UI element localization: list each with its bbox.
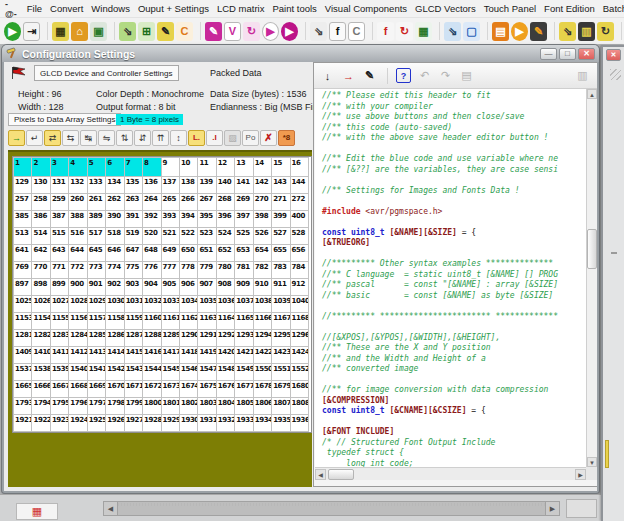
menu-item-lcd-matrix[interactable]: LCD matrix [213,3,269,14]
font-red-f-icon[interactable]: f [377,22,394,41]
convert-hammer-icon[interactable]: ⇘ [119,22,136,41]
reload-c-icon[interactable]: C [348,22,365,41]
tab-pixels-to-data-array[interactable]: Pixels to Data Array Settings [8,113,121,126]
workspace-scroll-thumb[interactable] [117,502,546,515]
anim-play-icon[interactable]: ▶ [281,22,298,41]
grid-cell: 652 [216,245,234,262]
data-size-field: Data Size (bytes) : 1536 [210,89,307,99]
grid-cell: 903 [124,279,142,296]
grid-row: 1921192219231924192519261927192819291930… [14,415,309,432]
vector-hammer-icon[interactable]: ⇘ [559,22,576,41]
code-line [322,375,586,386]
grid-cell: 1667 [50,381,68,398]
side-panel: ✕ [601,45,624,521]
font-table-icon[interactable]: ▦ [415,22,432,41]
scan-horizontal-zigzag-icon[interactable]: ⇆ [62,130,79,146]
font-refresh-icon[interactable]: ↻ [396,22,413,41]
scan-vertical-up-icon[interactable]: ⇈ [152,130,169,146]
scan-vertical-alt-icon[interactable]: ↕ [170,130,187,146]
filmstrip-icon[interactable]: ▥ [578,22,595,41]
c-header-icon[interactable]: C [176,22,193,41]
side-panel-close-button[interactable]: ✕ [606,49,621,61]
delete-scan-icon[interactable]: ✗ [260,130,277,146]
app-icon[interactable]: -@- [0,0,23,19]
menu-item-file[interactable]: File [23,3,46,14]
grid-view-button[interactable]: ▦ [16,503,58,520]
grid-cell: 778 [179,262,197,279]
menu-item-touch-panel[interactable]: Touch Panel [480,3,540,14]
maximize-button[interactable]: □ [559,48,576,60]
scan-start-icon[interactable]: → [8,130,25,146]
scan-vertical-zigzag-icon[interactable]: ⇵ [134,130,151,146]
save-icon[interactable]: ▣ [90,22,107,41]
grid-export-icon[interactable]: ⊞ [138,22,155,41]
horizontal-scroll-thumb[interactable] [328,469,354,480]
scan-inward-icon[interactable]: ↹ [80,130,97,146]
minimize-button[interactable]: — [540,48,557,60]
menu-item-windows[interactable]: Windows [87,3,134,14]
grid-cell: 1163 [198,313,216,330]
origin-bottom-left-icon[interactable]: L. [188,130,205,146]
scroll-right-icon[interactable]: ▶ [575,469,586,480]
batch-pencil-icon[interactable]: ✎ [530,22,547,41]
grid-cell: 137 [161,177,179,194]
menu-item-ouput-settings[interactable]: Ouput + Settings [134,3,213,14]
run-icon[interactable]: ▶ [4,22,21,41]
configuration-settings-window: Configuration Settings — □ ✕ GLCD Device… [2,45,599,493]
font-f-icon[interactable]: f [329,22,346,41]
scroll-down-icon[interactable]: ▼ [587,457,597,467]
visual-v-icon[interactable]: V [224,22,241,41]
help-icon[interactable]: ? [396,68,411,83]
vertical-scroll-thumb[interactable] [587,229,597,269]
save-header-icon[interactable]: ↓ [318,67,337,85]
visual-refresh-icon[interactable]: ↻ [243,22,260,41]
exit-icon[interactable]: ⇥ [23,22,40,41]
editor-horizontal-scrollbar[interactable]: ◀ ▶ [315,467,586,480]
scroll-right-icon[interactable]: ▶ [546,502,559,515]
grid-cell: 1284 [69,330,87,347]
grid-row: 1665166616671668166916701671167216731674… [14,381,309,398]
scan-outward-icon[interactable]: ⇋ [98,130,115,146]
scroll-left-icon[interactable]: ◀ [104,502,117,515]
home-lock-icon[interactable]: ⌂ [71,22,88,41]
paint-pencil-icon[interactable]: ✎ [205,22,222,41]
menu-item-paint-tools[interactable]: Paint tools [268,3,320,14]
edit-pencil-icon[interactable]: ✎ [360,67,379,85]
scroll-left-icon[interactable]: ◀ [315,469,326,480]
device-settings-button[interactable]: GLCD Device and Controller Settings [34,65,179,81]
code-text-area[interactable]: //** Please edit this header to fit//** … [315,89,586,467]
resize-grip-icon[interactable] [610,69,621,80]
editor-vertical-scrollbar[interactable]: ▲ ▼ [586,89,597,467]
byte-8-icon[interactable]: *8 [278,130,295,146]
tool-hammer-icon[interactable]: ⇘ [310,22,327,41]
origin-bottom-right-icon[interactable]: .I [206,130,223,146]
origin-disabled-icon[interactable]: ▨ [224,130,241,146]
workspace-horizontal-scrollbar[interactable]: ◀ ▶ [103,501,560,516]
lcd-matrix-icon[interactable]: ▦ [52,22,69,41]
batch-play-icon[interactable]: ▶ [511,22,528,41]
close-button[interactable]: ✕ [578,48,595,60]
menu-item-glcd-vectors[interactable]: GLCD Vectors [411,3,480,14]
touch-hammer-icon[interactable]: ⇘ [444,22,461,41]
po-icon[interactable]: Po [242,130,259,146]
grid-cell: 1159 [124,313,142,330]
menu-item-convert[interactable]: Convert [46,3,87,14]
scroll-up-icon[interactable]: ▲ [587,89,597,99]
grid-cell: 783 [272,262,290,279]
grid-cell: 514 [32,228,50,245]
anim-play-circle-icon[interactable]: ▶ [262,22,279,41]
touch-panel-icon[interactable]: ▢ [463,22,480,41]
pencil-box-icon[interactable]: ✎ [157,22,174,41]
import-header-icon[interactable]: → [339,67,358,85]
code-line [322,322,586,333]
window-title-bar[interactable]: Configuration Settings — □ ✕ [2,45,599,62]
menu-item-font-edition[interactable]: Font Edition [540,3,599,14]
vector-refresh-icon[interactable]: ↻ [597,22,614,41]
scan-horizontal-icon[interactable]: ⇄ [44,130,61,146]
menu-item-visual-components[interactable]: Visual Components [321,3,411,14]
grid-cell: 517 [87,228,105,245]
menu-item-batch-processing[interactable]: Batch Processing [599,3,624,14]
scan-return-icon[interactable]: ↵ [26,130,43,146]
doc-orange-icon[interactable]: ▤ [492,22,509,41]
scan-vertical-icon[interactable]: ⇅ [116,130,133,146]
